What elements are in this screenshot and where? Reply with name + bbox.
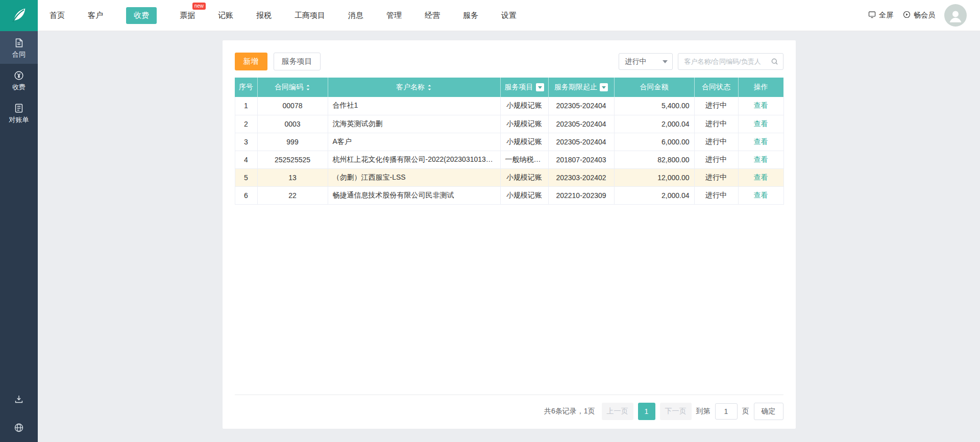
nav-item-settings[interactable]: 设置: [501, 7, 517, 24]
nav-item-customers[interactable]: 客户: [88, 7, 103, 24]
contracts-table: 序号合同编码客户名称服务项目服务期限起止合同金额合同状态操作 100078合作社…: [235, 78, 784, 205]
sort-icon[interactable]: [306, 84, 310, 91]
cell-period: 202305-202404: [548, 115, 614, 133]
next-page-button[interactable]: 下一页: [660, 403, 692, 420]
member-play-icon: [902, 10, 911, 20]
search-input[interactable]: [683, 57, 770, 66]
app-logo[interactable]: [0, 0, 38, 31]
column-header-contract-status[interactable]: 合同状态: [694, 78, 738, 97]
nav-item-operations[interactable]: 经营: [425, 7, 440, 24]
column-header-contract-code[interactable]: 合同编码: [257, 78, 328, 97]
sidebar-item-statements[interactable]: 对账单: [0, 96, 38, 129]
cell-no: 1: [235, 97, 257, 115]
view-link[interactable]: 查看: [754, 173, 768, 181]
cell-action: 查看: [738, 97, 783, 115]
cell-status: 进行中: [694, 151, 738, 168]
topbar: 首页客户收费票据new记账报税工商项目消息管理经营服务设置 全屏 畅会员: [38, 0, 980, 31]
nav-item-fees[interactable]: 收费: [126, 7, 157, 24]
nav-item-label: 首页: [50, 11, 65, 19]
topbar-right: 全屏 畅会员: [868, 4, 967, 27]
add-button[interactable]: 新增: [235, 53, 267, 70]
nav-item-tax[interactable]: 报税: [256, 7, 272, 24]
filter-caret-icon[interactable]: [536, 83, 544, 91]
prev-page-button[interactable]: 上一页: [602, 403, 633, 420]
nav-item-label: 票据: [180, 11, 195, 19]
filter-caret-icon[interactable]: [600, 83, 608, 91]
status-filter-select[interactable]: 进行中: [619, 53, 673, 70]
view-link[interactable]: 查看: [754, 101, 768, 109]
sidebar-item-label: 收费: [12, 84, 26, 90]
nav-item-bookkeeping[interactable]: 记账: [218, 7, 233, 24]
table-head: 序号合同编码客户名称服务项目服务期限起止合同金额合同状态操作: [235, 78, 783, 97]
view-link[interactable]: 查看: [754, 137, 768, 145]
table-row: 100078合作社1小规模记账202305-2024045,400.00进行中查…: [235, 97, 783, 115]
table-row: 513（勿删）江西服宝-LSS小规模记账202303-20240212,000.…: [235, 168, 783, 186]
nav-item-messages[interactable]: 消息: [348, 7, 363, 24]
column-header-contract-amount[interactable]: 合同金额: [614, 78, 694, 97]
column-header-operation[interactable]: 操作: [738, 78, 783, 97]
column-header-customer-name[interactable]: 客户名称: [328, 78, 500, 97]
view-link[interactable]: 查看: [754, 191, 768, 199]
goto-page-input[interactable]: [715, 403, 738, 420]
statement-icon: [13, 103, 24, 114]
cell-code: 22: [257, 186, 328, 204]
cell-action: 查看: [738, 186, 783, 204]
nav-item-invoices[interactable]: 票据new: [180, 7, 195, 24]
nav-item-services[interactable]: 服务: [463, 7, 478, 24]
fullscreen-button[interactable]: 全屏: [868, 10, 893, 20]
nav-item-label: 工商项目: [295, 11, 325, 19]
toolbar-right: 进行中: [619, 53, 783, 70]
member-button[interactable]: 畅会员: [902, 10, 935, 20]
service-items-button[interactable]: 服务项目: [274, 53, 321, 70]
column-header-serial[interactable]: 序号: [235, 78, 257, 97]
confirm-button[interactable]: 确定: [754, 403, 783, 420]
nav-item-home[interactable]: 首页: [50, 7, 65, 24]
sidebar-globe-button[interactable]: [0, 413, 38, 442]
nav-item-label: 记账: [218, 11, 233, 19]
column-header-inner: 序号: [237, 83, 255, 92]
nav-item-label: 报税: [256, 11, 272, 19]
sidebar-item-fees[interactable]: 收费: [0, 64, 38, 96]
view-link[interactable]: 查看: [754, 155, 768, 163]
main-nav: 首页客户收费票据new记账报税工商项目消息管理经营服务设置: [50, 7, 868, 24]
cell-amount: 2,000.04: [614, 186, 694, 204]
download-icon: [13, 394, 24, 405]
column-header-inner: 合同金额: [617, 83, 692, 92]
cell-amount: 12,000.00: [614, 168, 694, 186]
column-label: 客户名称: [396, 83, 425, 92]
column-header-service-item[interactable]: 服务项目: [500, 78, 548, 97]
cell-period: 201807-202403: [548, 151, 614, 168]
page-number-button[interactable]: 1: [638, 403, 655, 420]
cell-period: 202303-202402: [548, 168, 614, 186]
cell-customer: 合作社1: [328, 97, 500, 115]
left-sidebar: 合同收费对账单: [0, 0, 38, 442]
cell-no: 5: [235, 168, 257, 186]
cell-action: 查看: [738, 151, 783, 168]
nav-item-business-projects[interactable]: 工商项目: [295, 7, 325, 24]
cell-no: 2: [235, 115, 257, 133]
cell-status: 进行中: [694, 168, 738, 186]
chevron-down-icon: [663, 60, 668, 63]
goto-prefix-label: 到第: [696, 407, 710, 416]
cell-service: 小规模记账: [500, 97, 548, 115]
goto-suffix-label: 页: [742, 407, 749, 416]
cell-status: 进行中: [694, 133, 738, 151]
nav-item-management[interactable]: 管理: [386, 7, 402, 24]
view-link[interactable]: 查看: [754, 119, 768, 128]
cell-no: 4: [235, 151, 257, 168]
column-header-service-period[interactable]: 服务期限起止: [548, 78, 614, 97]
nav-item-label: 服务: [463, 11, 478, 19]
column-label: 合同金额: [640, 83, 669, 92]
sort-icon[interactable]: [427, 84, 432, 91]
search-icon[interactable]: [770, 57, 779, 66]
avatar[interactable]: [944, 4, 967, 27]
column-header-inner: 客户名称: [330, 83, 498, 92]
nav-item-label: 管理: [386, 11, 402, 19]
cell-status: 进行中: [694, 186, 738, 204]
cell-code: 0003: [257, 115, 328, 133]
cell-action: 查看: [738, 133, 783, 151]
cell-customer: A客户: [328, 133, 500, 151]
column-label: 操作: [754, 83, 768, 92]
sidebar-item-contract[interactable]: 合同: [0, 31, 38, 64]
sidebar-download-button[interactable]: [0, 385, 38, 413]
